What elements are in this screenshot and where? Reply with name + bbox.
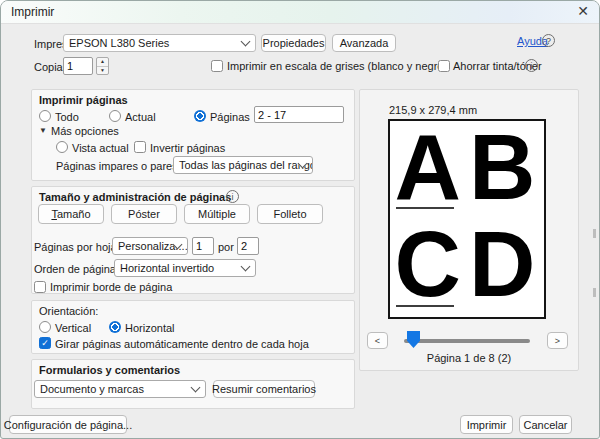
printer-select[interactable]: EPSON L380 Series <box>63 34 256 52</box>
pages-per-sheet-label: Páginas por hoja: <box>34 241 120 253</box>
check-icon: ✓ <box>41 339 49 348</box>
radio-pages[interactable] <box>194 110 206 122</box>
booklet-button[interactable]: Folleto <box>257 204 323 224</box>
radio-all-pages-label[interactable]: Todo <box>55 111 79 123</box>
preview-fine-print <box>396 207 454 209</box>
printer-select-value: EPSON L380 Series <box>69 37 169 49</box>
chevron-down-icon <box>241 37 251 47</box>
preview-fine-print <box>396 305 454 307</box>
save-ink-checkbox[interactable] <box>438 60 450 72</box>
radio-all-pages[interactable] <box>39 110 51 122</box>
forms-select-value: Documento y marcas <box>40 383 144 395</box>
radio-current-view[interactable] <box>56 141 68 153</box>
print-button[interactable]: Imprimir <box>460 415 513 434</box>
forms-select[interactable]: Documento y marcas <box>34 380 206 398</box>
poster-button-label: Póster <box>128 208 160 220</box>
info-icon[interactable]: i <box>226 190 239 203</box>
odd-even-label: Páginas impares o pares <box>56 160 178 172</box>
close-icon[interactable]: ✕ <box>577 3 589 19</box>
multiple-button-label: Múltiple <box>198 208 236 220</box>
grayscale-label[interactable]: Imprimir en escala de grises (blanco y n… <box>227 60 447 72</box>
grid-cols-input[interactable] <box>192 237 214 255</box>
page-info: Página 1 de 8 (2) <box>359 352 579 364</box>
radio-portrait[interactable] <box>39 321 51 333</box>
page-order-label: Orden de páginas: <box>34 263 125 275</box>
page-setup-button[interactable]: Configuración de página... <box>9 415 127 434</box>
print-dialog: Imprimir ✕ Impresora: EPSON L380 Series … <box>0 0 600 439</box>
next-page-button[interactable]: > <box>547 332 568 349</box>
page-slider-track[interactable] <box>404 339 530 343</box>
poster-button[interactable]: Póster <box>111 204 177 224</box>
radio-landscape-label[interactable]: Horizontal <box>125 322 175 334</box>
page-border-checkbox[interactable] <box>34 281 46 293</box>
radio-current-page-label[interactable]: Actual <box>125 111 156 123</box>
page-setup-label: Configuración de página... <box>4 419 132 431</box>
radio-current-view-label[interactable]: Vista actual <box>72 142 129 154</box>
cancel-button[interactable]: Cancelar <box>519 415 572 434</box>
window-edge-grip-mark <box>593 288 596 297</box>
auto-rotate-checkbox[interactable]: ✓ <box>39 337 51 349</box>
size-button-label: Tamaño <box>51 208 90 220</box>
more-options-expander-icon[interactable]: ▼ <box>39 126 47 135</box>
preview-letters-top: AB <box>394 121 544 213</box>
summarize-comments-button[interactable]: Resumir comentarios <box>213 380 315 398</box>
properties-button[interactable]: Propiedades <box>261 34 326 52</box>
pages-per-sheet-select[interactable]: Personalizar... <box>112 237 188 255</box>
advanced-button[interactable]: Avanzada <box>332 34 396 52</box>
pages-range-input[interactable] <box>254 106 344 123</box>
help-icon[interactable]: ? <box>542 34 555 47</box>
radio-current-page[interactable] <box>109 110 121 122</box>
by-label: por <box>218 241 234 253</box>
copies-stepper[interactable]: ▲ ▼ <box>96 57 109 75</box>
spinner-down-icon[interactable]: ▼ <box>97 67 108 75</box>
paper-size-label: 215,9 x 279,4 mm <box>389 104 477 116</box>
booklet-button-label: Folleto <box>273 208 306 220</box>
advanced-button-label: Avanzada <box>340 37 389 49</box>
multiple-button[interactable]: Múltiple <box>184 204 250 224</box>
reverse-pages-label[interactable]: Invertir páginas <box>150 142 225 154</box>
properties-button-label: Propiedades <box>263 37 325 49</box>
page-order-select[interactable]: Horizontal invertido <box>114 259 256 277</box>
more-options-label[interactable]: Más opciones <box>51 125 119 137</box>
info-icon[interactable]: i <box>525 59 538 72</box>
radio-landscape[interactable] <box>109 321 121 333</box>
summarize-comments-label: Resumir comentarios <box>212 383 316 395</box>
odd-even-select-value: Todas las páginas del rango <box>179 159 313 171</box>
page-border-label[interactable]: Imprimir borde de página <box>50 281 172 293</box>
odd-even-select[interactable]: Todas las páginas del rango <box>173 156 313 174</box>
title-bar: Imprimir ✕ <box>1 1 599 24</box>
next-icon: > <box>555 336 560 346</box>
page-order-value: Horizontal invertido <box>120 262 214 274</box>
window-title: Imprimir <box>11 5 54 19</box>
print-button-label: Imprimir <box>467 419 507 431</box>
prev-icon: < <box>375 336 380 346</box>
size-button[interactable]: Tamaño <box>38 204 104 224</box>
prev-page-button[interactable]: < <box>367 332 388 349</box>
window-edge-grip-mark <box>593 229 596 238</box>
orientation-title: Orientación: <box>39 305 98 317</box>
grid-rows-input[interactable] <box>237 237 259 255</box>
preview-page: AB CD <box>388 119 546 319</box>
forms-section-title: Formularios y comentarios <box>39 364 180 376</box>
size-section-title: Tamaño y administración de páginas <box>39 191 231 203</box>
chevron-down-icon <box>241 262 251 272</box>
spinner-up-icon[interactable]: ▲ <box>97 58 108 67</box>
chevron-down-icon <box>191 383 201 393</box>
grayscale-checkbox[interactable] <box>211 60 223 72</box>
radio-pages-label[interactable]: Páginas <box>210 111 250 123</box>
preview-letters-bottom: CD <box>394 218 544 310</box>
cancel-button-label: Cancelar <box>523 419 567 431</box>
radio-portrait-label[interactable]: Vertical <box>55 322 91 334</box>
print-pages-title: Imprimir páginas <box>39 94 128 106</box>
copies-input[interactable] <box>63 57 93 75</box>
reverse-pages-checkbox[interactable] <box>134 141 146 153</box>
auto-rotate-label[interactable]: Girar páginas automáticamente dentro de … <box>55 338 309 350</box>
